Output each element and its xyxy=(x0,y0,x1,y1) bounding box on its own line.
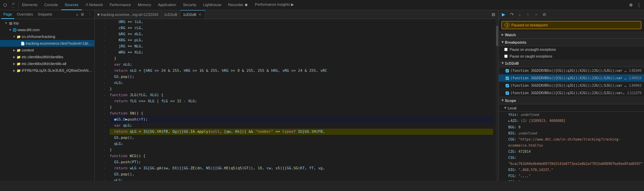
folder-icon-clientlib-all: 📁 xyxy=(16,62,21,66)
split-editor-icon[interactable]: ⊟ xyxy=(490,11,497,18)
tab-application[interactable]: Application xyxy=(155,0,180,10)
tree-item-domain[interactable]: ▼ 🌐 www.dhl.com xyxy=(0,26,94,33)
warn-icon: ⚠ xyxy=(85,2,89,7)
tree-arrow-domain: ▼ xyxy=(8,28,12,31)
cs3-checkbox[interactable] xyxy=(506,84,509,87)
code-line: function WCG() { xyxy=(110,153,493,159)
resume-icon[interactable]: ▶ xyxy=(500,11,507,18)
tree-item-iFFRbYNL[interactable]: ▶ 📁 iFFRbYNL/qJX-3L/e3UE6_i/Q8/wiOmhNcDp xyxy=(0,67,94,74)
step-icon[interactable]: → xyxy=(533,11,539,18)
sidebar-tab-page[interactable]: Page xyxy=(1,10,14,19)
watch-label: Watch xyxy=(505,33,516,37)
code-line: var qLG; xyxy=(110,123,493,129)
devtools-icons: ⬡ 📱 xyxy=(0,1,19,9)
pause-caught-checkbox[interactable] xyxy=(504,55,508,58)
scope-arrow: ▶ xyxy=(501,100,504,102)
code-line: } xyxy=(110,86,493,92)
line-numbers: ----- ----- ----- ----- ----- ----- xyxy=(95,19,107,181)
scope-section-header[interactable]: ▶ Scope xyxy=(499,97,644,104)
code-line: cRG += rLG, xyxy=(110,25,493,31)
sidebar-layout-icon[interactable]: ⊞ xyxy=(79,11,86,18)
cs3-func: (function JGGOIKVBXx(){CG();qJG();XJG();… xyxy=(510,84,628,87)
code-tab-2-label: 1cD2oB xyxy=(164,13,177,17)
pause-uncaught-checkbox[interactable] xyxy=(504,48,508,51)
breakpoints-section-header[interactable]: ▶ Breakpoints xyxy=(499,39,644,46)
tree-item-folder-tracking[interactable]: ▼ 📁 cn-zh/home/tracking xyxy=(0,33,94,40)
cs2-func: (function JGGOIKVBXx(){CG();qJG();XJG();… xyxy=(510,76,628,80)
code-editor[interactable]: URG += lLG, cRG += rLG, bRG += dLG, KRG … xyxy=(107,19,496,181)
tab-lighthouse[interactable]: Lighthouse xyxy=(200,0,225,10)
tab-recorder[interactable]: Recorder ⏺ xyxy=(225,0,251,10)
code-line: nLG; xyxy=(110,80,493,86)
scope-FGG: FGG: 0 xyxy=(499,179,644,181)
code-line: wLG; xyxy=(110,177,493,181)
main-nav: ⬡ 📱 Elements Console Sources ⚠Network Pe… xyxy=(0,0,644,10)
tree-arrow-clientlibs: ▶ xyxy=(12,56,16,59)
sidebar-tab-snippets[interactable]: Snippets xyxy=(36,10,54,19)
cs2-line: 1:84519 xyxy=(629,76,641,80)
cs2-checkbox[interactable] xyxy=(506,77,509,80)
code-line: function XW() { xyxy=(110,110,493,116)
watch-arrow: ▶ xyxy=(502,33,504,36)
step-out-icon[interactable]: ↑ xyxy=(525,11,531,18)
code-line: GS.pop(), xyxy=(110,135,493,141)
tab-performance[interactable]: Performance xyxy=(106,0,134,10)
scope-AZG[interactable]: ▶AZG: (2) [3289923, 4600888] xyxy=(499,118,644,124)
settings-icon[interactable]: ⚙ xyxy=(627,1,635,9)
tree-label-clientlibs: etc.clientlibs/dhl/clientlibs xyxy=(22,55,63,59)
tree-item-file-tracking[interactable]: ▶ 📄 tracking-ecommerce.html?submit=1&tra… xyxy=(0,40,94,47)
pause-caught-row: Pause on caught exceptions xyxy=(499,53,644,60)
tree-item-content[interactable]: ▶ 📁 content xyxy=(0,47,94,54)
code-line: URG += lLG, xyxy=(110,19,493,25)
code-tab-3-label: 1cD2oB xyxy=(183,13,196,17)
tree-arrow-content: ▶ xyxy=(12,49,16,52)
tab-console[interactable]: Console xyxy=(41,0,61,10)
scope-local-label: Local xyxy=(508,106,516,110)
scope-BIG: BIG: undefined xyxy=(499,130,644,136)
cs4-checkbox[interactable] xyxy=(506,91,509,95)
pause-uncaught-label: Pause on uncaught exceptions xyxy=(510,48,556,51)
tree-item-clientlibs[interactable]: ▶ 📁 etc.clientlibs/dhl/clientlibs xyxy=(0,54,94,60)
cursor-icon[interactable]: ⬡ xyxy=(1,1,9,9)
tab-elements[interactable]: Elements xyxy=(19,0,41,10)
code-line: qLG; xyxy=(110,141,493,147)
sidebar-tab-overrides[interactable]: Overrides xyxy=(15,10,35,19)
callstack-item-2[interactable]: (function JGGOIKVBXx(){CG();qJG();XJG();… xyxy=(499,75,644,82)
frame-icon: ▤ xyxy=(8,21,13,25)
code-tab-3-close[interactable]: ✕ xyxy=(198,12,202,17)
code-tab-3[interactable]: 1cD2oB ✕ xyxy=(180,10,205,19)
tree-item-clientlib-all[interactable]: ▶ 📁 etc.clientlibs/dhl/clientlib-all xyxy=(0,60,94,67)
scope-label: Scope xyxy=(505,99,516,103)
pause-caught-label: Pause on caught exceptions xyxy=(510,55,552,58)
code-line: } xyxy=(110,104,493,110)
tab-sources[interactable]: Sources xyxy=(61,0,82,10)
cs1-checkbox[interactable] xyxy=(506,69,509,72)
callstack-item-3[interactable]: (function JGGOIKVBXx(){CG();qJG();XJG();… xyxy=(499,82,644,89)
step-into-icon[interactable]: ↓ xyxy=(516,11,523,18)
code-scrollbar-v[interactable] xyxy=(496,19,498,181)
paused-banner-text: Paused on breakpoint xyxy=(511,23,548,27)
tab-network[interactable]: ⚠Network xyxy=(82,0,106,10)
tab-performance-insights[interactable]: Performance insights ▶ xyxy=(251,0,297,10)
scope-DIG: DIG: ",0G0,570,14337," xyxy=(499,167,644,173)
callstack-arrow: ▶ xyxy=(501,62,504,64)
tab-security[interactable]: Security xyxy=(179,0,200,10)
code-tab-2[interactable]: 1cD2oB xyxy=(161,10,180,19)
tree-item-top[interactable]: ▼ ▤ top xyxy=(0,20,94,26)
tree-label-content: content xyxy=(22,48,34,52)
callstack-section-header[interactable]: ▶ 1cD2oB xyxy=(499,60,644,67)
watch-section-header[interactable]: ▶ Watch xyxy=(499,31,644,39)
step-over-icon[interactable]: ↷ xyxy=(508,11,515,18)
callstack-item-4[interactable]: (function JGGOIKVBXx(){CG();qJG();XJG();… xyxy=(499,89,644,97)
mobile-icon[interactable]: 📱 xyxy=(9,1,17,9)
callstack-item-1[interactable]: (function JGGOIKVBXx(){CG();qJG();XJG();… xyxy=(499,67,644,75)
sidebar-more-options-icon[interactable]: ⋮ xyxy=(86,11,93,18)
more-options-icon[interactable]: ⋮ xyxy=(635,1,643,9)
scope-local-header[interactable]: ▶ Local xyxy=(499,104,644,112)
sidebar-more-icon[interactable]: » xyxy=(76,13,78,17)
code-tab-1[interactable]: tracking-ecomme...ing-id=1232343 xyxy=(95,10,161,19)
pause-uncaught-row: Pause on uncaught exceptions xyxy=(499,46,644,53)
cs1-func: (function JGGOIKVBXx(){CG();qJG();XJG();… xyxy=(510,69,628,72)
tab-memory[interactable]: Memory xyxy=(134,0,155,10)
deactivate-bp-icon[interactable]: ⊘ xyxy=(541,11,548,18)
